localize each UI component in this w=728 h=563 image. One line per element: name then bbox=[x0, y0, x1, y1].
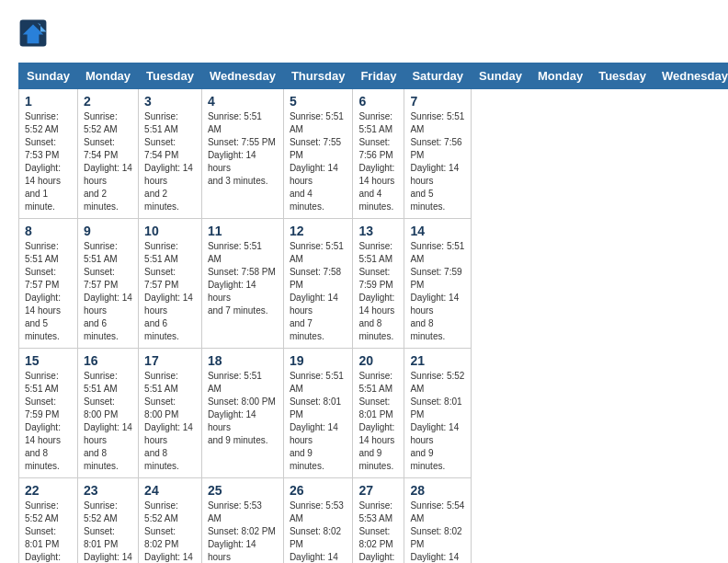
day-26: 26Sunrise: 5:53 AMSunset: 8:02 PMDayligh… bbox=[283, 478, 353, 564]
day-4: 4Sunrise: 5:51 AMSunset: 7:55 PMDaylight… bbox=[201, 89, 283, 219]
col-header-monday: Monday bbox=[530, 63, 591, 89]
calendar-week-3: 15Sunrise: 5:51 AMSunset: 7:59 PMDayligh… bbox=[19, 349, 729, 478]
day-12: 12Sunrise: 5:51 AMSunset: 7:58 PMDayligh… bbox=[283, 219, 353, 349]
day-22: 22Sunrise: 5:52 AMSunset: 8:01 PMDayligh… bbox=[19, 478, 78, 564]
header-friday: Friday bbox=[353, 63, 404, 89]
header-saturday: Saturday bbox=[404, 63, 472, 89]
day-27: 27Sunrise: 5:53 AMSunset: 8:02 PMDayligh… bbox=[353, 478, 404, 564]
logo bbox=[18, 18, 51, 48]
day-3: 3Sunrise: 5:51 AMSunset: 7:54 PMDaylight… bbox=[139, 89, 202, 219]
calendar-week-4: 22Sunrise: 5:52 AMSunset: 8:01 PMDayligh… bbox=[19, 478, 729, 564]
header-row: SundayMondayTuesdayWednesdayThursdayFrid… bbox=[19, 63, 729, 89]
day-11: 11Sunrise: 5:51 AMSunset: 7:58 PMDayligh… bbox=[201, 219, 283, 349]
calendar-week-1: 1Sunrise: 5:52 AMSunset: 7:53 PMDaylight… bbox=[19, 89, 729, 219]
col-header-tuesday: Tuesday bbox=[591, 63, 654, 89]
calendar-table: SundayMondayTuesdayWednesdayThursdayFrid… bbox=[18, 63, 728, 563]
header-monday: Monday bbox=[77, 63, 138, 89]
day-5: 5Sunrise: 5:51 AMSunset: 7:55 PMDaylight… bbox=[283, 89, 353, 219]
header-wednesday: Wednesday bbox=[201, 63, 283, 89]
day-19: 19Sunrise: 5:51 AMSunset: 8:01 PMDayligh… bbox=[283, 349, 353, 478]
header-sunday: Sunday bbox=[19, 63, 78, 89]
day-28: 28Sunrise: 5:54 AMSunset: 8:02 PMDayligh… bbox=[404, 478, 472, 564]
day-24: 24Sunrise: 5:52 AMSunset: 8:02 PMDayligh… bbox=[139, 478, 202, 564]
day-14: 14Sunrise: 5:51 AMSunset: 7:59 PMDayligh… bbox=[404, 219, 472, 349]
day-9: 9Sunrise: 5:51 AMSunset: 7:57 PMDaylight… bbox=[77, 219, 138, 349]
col-header-wednesday: Wednesday bbox=[654, 63, 728, 89]
logo-icon bbox=[18, 18, 48, 48]
col-header-sunday: Sunday bbox=[472, 63, 530, 89]
day-13: 13Sunrise: 5:51 AMSunset: 7:59 PMDayligh… bbox=[353, 219, 404, 349]
header-thursday: Thursday bbox=[283, 63, 353, 89]
day-18: 18Sunrise: 5:51 AMSunset: 8:00 PMDayligh… bbox=[201, 349, 283, 478]
day-1: 1Sunrise: 5:52 AMSunset: 7:53 PMDaylight… bbox=[19, 89, 78, 219]
day-6: 6Sunrise: 5:51 AMSunset: 7:56 PMDaylight… bbox=[353, 89, 404, 219]
day-15: 15Sunrise: 5:51 AMSunset: 7:59 PMDayligh… bbox=[19, 349, 78, 478]
day-21: 21Sunrise: 5:52 AMSunset: 8:01 PMDayligh… bbox=[404, 349, 472, 478]
day-8: 8Sunrise: 5:51 AMSunset: 7:57 PMDaylight… bbox=[19, 219, 78, 349]
day-23: 23Sunrise: 5:52 AMSunset: 8:01 PMDayligh… bbox=[77, 478, 138, 564]
day-17: 17Sunrise: 5:51 AMSunset: 8:00 PMDayligh… bbox=[139, 349, 202, 478]
header-tuesday: Tuesday bbox=[139, 63, 202, 89]
day-25: 25Sunrise: 5:53 AMSunset: 8:02 PMDayligh… bbox=[201, 478, 283, 564]
day-10: 10Sunrise: 5:51 AMSunset: 7:57 PMDayligh… bbox=[139, 219, 202, 349]
day-7: 7Sunrise: 5:51 AMSunset: 7:56 PMDaylight… bbox=[404, 89, 472, 219]
day-20: 20Sunrise: 5:51 AMSunset: 8:01 PMDayligh… bbox=[353, 349, 404, 478]
page-header bbox=[18, 18, 710, 48]
day-16: 16Sunrise: 5:51 AMSunset: 8:00 PMDayligh… bbox=[77, 349, 138, 478]
calendar-week-2: 8Sunrise: 5:51 AMSunset: 7:57 PMDaylight… bbox=[19, 219, 729, 349]
day-2: 2Sunrise: 5:52 AMSunset: 7:54 PMDaylight… bbox=[77, 89, 138, 219]
